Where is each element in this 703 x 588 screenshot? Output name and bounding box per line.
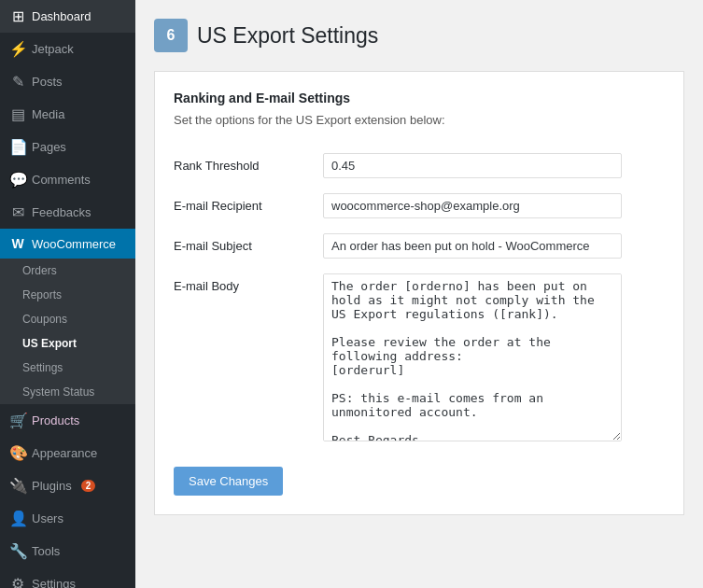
email-recipient-row: E-mail Recipient (174, 186, 665, 226)
tools-icon: 🔧 (9, 542, 26, 560)
sidebar-item-label: Reports (22, 288, 62, 301)
sidebar-item-label: System Status (22, 385, 94, 399)
email-body-label: E-mail Body (174, 279, 239, 293)
sidebar-item-tools[interactable]: 🔧 Tools (0, 535, 135, 567)
comments-icon: 💬 (9, 171, 26, 189)
sidebar-item-label: Posts (32, 75, 63, 89)
email-subject-row: E-mail Subject (174, 226, 665, 266)
sidebar-item-label: Pages (32, 140, 66, 154)
woocommerce-icon: W (9, 236, 26, 251)
sidebar-item-posts[interactable]: ✎ Posts (0, 65, 135, 98)
media-icon: ▤ (9, 105, 26, 123)
plugins-badge: 2 (81, 480, 96, 492)
sidebar-item-reports[interactable]: Reports (0, 283, 135, 307)
sidebar-item-coupons[interactable]: Coupons (0, 307, 135, 331)
sidebar-item-label: Jetpack (32, 42, 74, 56)
email-body-textarea[interactable]: The order [orderno] has been put on hold… (323, 273, 622, 441)
sidebar-item-label: US Export (22, 337, 77, 350)
pages-icon: 📄 (9, 138, 26, 156)
sidebar-item-label: Feedbacks (32, 205, 91, 219)
sidebar-item-label: Media (32, 107, 64, 121)
save-changes-button[interactable]: Save Changes (174, 467, 283, 496)
sidebar-item-label: WooCommerce (32, 237, 116, 251)
sidebar-item-woo-settings[interactable]: Settings (0, 356, 135, 380)
sidebar-item-label: Settings (22, 361, 63, 374)
sidebar-item-media[interactable]: ▤ Media (0, 98, 135, 131)
sidebar-item-pages[interactable]: 📄 Pages (0, 131, 135, 163)
sidebar: ⊞ Dashboard ⚡ Jetpack ✎ Posts ▤ Media 📄 … (0, 0, 135, 588)
sidebar-item-feedbacks[interactable]: ✉ Feedbacks (0, 196, 135, 229)
settings-form-table: Rank Threshold E-mail Recipient E-mail S… (174, 146, 665, 452)
sidebar-item-label: Dashboard (32, 9, 91, 23)
sidebar-item-label: Plugins (32, 479, 72, 493)
sidebar-item-system-status[interactable]: System Status (0, 380, 135, 404)
page-title: US Export Settings (197, 23, 378, 49)
sidebar-item-appearance[interactable]: 🎨 Appearance (0, 437, 135, 469)
sidebar-item-orders[interactable]: Orders (0, 259, 135, 283)
sidebar-item-label: Tools (32, 544, 60, 558)
rank-threshold-row: Rank Threshold (174, 146, 665, 186)
plugins-icon: 🔌 (9, 477, 26, 495)
sidebar-item-label: Comments (32, 173, 91, 187)
sidebar-item-label: Settings (32, 577, 76, 588)
settings-content-box: Ranking and E-mail Settings Set the opti… (154, 71, 684, 515)
settings-icon: ⚙ (9, 575, 26, 588)
email-recipient-input[interactable] (323, 193, 622, 218)
sidebar-item-products[interactable]: 🛒 Products (0, 404, 135, 437)
sidebar-item-us-export[interactable]: US Export (0, 331, 135, 356)
sidebar-item-dashboard[interactable]: ⊞ Dashboard (0, 0, 135, 33)
users-icon: 👤 (9, 510, 26, 527)
email-subject-label: E-mail Subject (174, 239, 252, 253)
feedbacks-icon: ✉ (9, 203, 26, 221)
rank-threshold-label: Rank Threshold (174, 159, 260, 173)
sidebar-item-label: Products (32, 413, 79, 427)
woocommerce-submenu: Orders Reports Coupons US Export Setting… (0, 259, 135, 404)
appearance-icon: 🎨 (9, 444, 26, 462)
woocommerce-expand-arrow (128, 236, 135, 251)
main-content: 6 US Export Settings Ranking and E-mail … (135, 0, 703, 588)
sidebar-item-plugins[interactable]: 🔌 Plugins 2 (0, 469, 135, 502)
sidebar-item-settings[interactable]: ⚙ Settings (0, 567, 135, 588)
email-subject-input[interactable] (323, 233, 622, 259)
sidebar-item-label: Orders (22, 264, 57, 277)
posts-icon: ✎ (9, 73, 26, 91)
products-icon: 🛒 (9, 412, 26, 429)
sidebar-item-comments[interactable]: 💬 Comments (0, 163, 135, 196)
section-description: Set the options for the US Export extens… (174, 113, 665, 127)
page-icon: 6 (154, 19, 188, 52)
rank-threshold-input[interactable] (323, 153, 622, 178)
page-header: 6 US Export Settings (154, 19, 684, 52)
email-body-row: E-mail Body The order [orderno] has been… (174, 266, 665, 452)
sidebar-item-label: Users (32, 511, 63, 525)
sidebar-item-users[interactable]: 👤 Users (0, 502, 135, 535)
sidebar-item-label: Appearance (32, 446, 97, 460)
sidebar-item-woocommerce[interactable]: W WooCommerce (0, 229, 135, 259)
section-title: Ranking and E-mail Settings (174, 91, 665, 105)
sidebar-item-label: Coupons (22, 313, 67, 326)
jetpack-icon: ⚡ (9, 40, 26, 58)
email-recipient-label: E-mail Recipient (174, 199, 262, 213)
sidebar-item-jetpack[interactable]: ⚡ Jetpack (0, 33, 135, 65)
dashboard-icon: ⊞ (9, 7, 26, 25)
